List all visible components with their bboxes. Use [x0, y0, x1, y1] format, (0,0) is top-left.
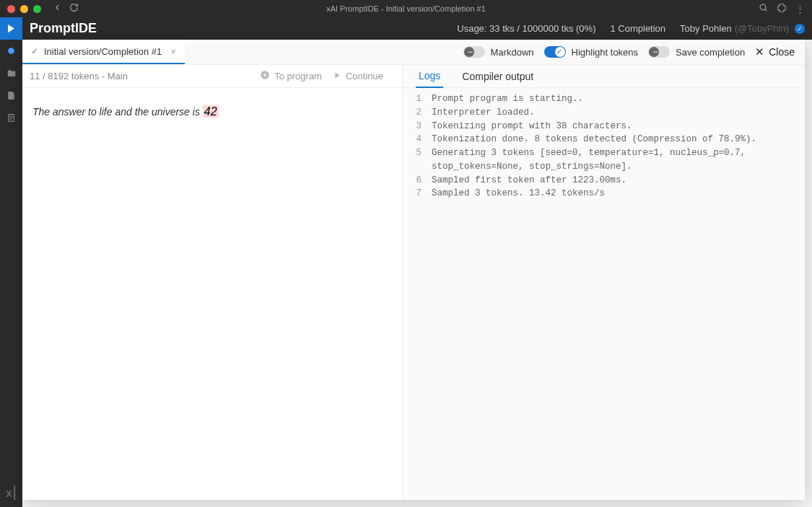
markdown-toggle-group: − Markdown: [463, 46, 534, 58]
log-line: 1Prompt program is starting..: [403, 92, 805, 106]
xai-logo: x⎮: [0, 482, 22, 504]
back-button[interactable]: [53, 3, 62, 14]
save-toggle[interactable]: −: [648, 46, 670, 58]
log-line: 3Tokenizing prompt with 38 characters.: [403, 120, 805, 133]
completion-count[interactable]: 1 Completion: [610, 23, 665, 34]
highlight-toggle-group: ✓ Highlight tokens: [544, 46, 639, 58]
traffic-lights: [7, 5, 41, 13]
svg-line-1: [765, 9, 767, 12]
highlight-label: Highlight tokens: [572, 47, 639, 58]
play-icon: [333, 71, 341, 81]
save-toggle-group: − Save completion: [648, 46, 745, 58]
sidebar-folder-icon[interactable]: [0, 62, 22, 84]
log-line: 5Generating 3 tokens [seed=0, temperatur…: [403, 146, 805, 174]
to-program-button[interactable]: To program: [260, 70, 322, 82]
sidebar-prompt-icon[interactable]: [0, 17, 22, 40]
check-icon: ✓: [31, 46, 38, 56]
plus-circle-icon: [260, 70, 270, 82]
save-label: Save completion: [676, 47, 745, 58]
continue-button[interactable]: Continue: [333, 71, 383, 81]
close-button[interactable]: ✕ Close: [755, 45, 795, 58]
app-header: PromptIDE Usage: 33 tks / 1000000 tks (0…: [22, 17, 812, 40]
log-line: 4Tokenization done. 8 tokens detected (C…: [403, 133, 805, 146]
window-close-button[interactable]: [7, 5, 15, 13]
token-counter: 11 / 8192 tokens - Main: [30, 71, 128, 81]
logs-tab[interactable]: Logs: [416, 65, 443, 88]
sidebar: x⎮: [0, 17, 22, 507]
svg-point-0: [760, 4, 766, 10]
window-maximize-button[interactable]: [33, 5, 41, 13]
log-line: 7Sampled 3 tokens. 13.42 tokens/s: [403, 187, 805, 200]
extension-icon[interactable]: [777, 3, 787, 15]
log-line: 2Interpreter loaded.: [403, 106, 805, 120]
app-title: PromptIDE: [30, 21, 97, 36]
user-name[interactable]: Toby Pohlen: [680, 23, 732, 34]
user-handle: (@TobyPhln): [735, 23, 789, 34]
tab-label: Initial version/Completion #1: [44, 46, 162, 57]
sub-header: 11 / 8192 tokens - Main To program: [22, 65, 402, 88]
completion-modal: ✓ Initial version/Completion #1 × − Mark…: [22, 40, 805, 500]
svg-point-3: [8, 48, 14, 54]
browser-titlebar: xAI PromptIDE - Initial version/Completi…: [0, 0, 812, 17]
svg-marker-2: [8, 25, 14, 32]
search-icon[interactable]: [759, 3, 768, 14]
sidebar-record-icon[interactable]: [0, 40, 22, 62]
highlighted-token: 42: [203, 105, 219, 118]
browser-title: xAI PromptIDE - Initial version/Completi…: [326, 4, 486, 13]
highlight-toggle[interactable]: ✓: [544, 46, 566, 58]
svg-marker-11: [335, 72, 339, 78]
markdown-label: Markdown: [491, 47, 534, 58]
prompt-panel[interactable]: The answer to life and the universe is 4…: [22, 88, 403, 500]
prompt-text: The answer to life and the universe is: [32, 106, 203, 118]
sidebar-doc-icon[interactable]: [0, 107, 22, 129]
log-line: 6Sampled first token after 1223.00ms.: [403, 174, 805, 188]
menu-icon[interactable]: ⋮: [795, 4, 805, 14]
usage-text: Usage: 33 tks / 1000000 tks (0%): [457, 23, 595, 34]
log-output[interactable]: 1Prompt program is starting.. 2Interpret…: [403, 88, 805, 500]
completion-tab[interactable]: ✓ Initial version/Completion #1 ×: [22, 40, 185, 64]
verified-badge-icon: ✓: [795, 24, 805, 34]
close-icon: ✕: [755, 45, 764, 58]
tab-close-icon[interactable]: ×: [170, 46, 176, 57]
markdown-toggle[interactable]: −: [463, 46, 485, 58]
window-minimize-button[interactable]: [20, 5, 28, 13]
modal-tabbar: ✓ Initial version/Completion #1 × − Mark…: [22, 40, 805, 65]
logs-panel: Logs Compiler output 1Prompt program is …: [403, 65, 805, 500]
close-label: Close: [769, 46, 795, 58]
sidebar-file-icon[interactable]: [0, 84, 22, 107]
reload-button[interactable]: [69, 3, 79, 14]
compiler-output-tab[interactable]: Compiler output: [459, 66, 536, 87]
